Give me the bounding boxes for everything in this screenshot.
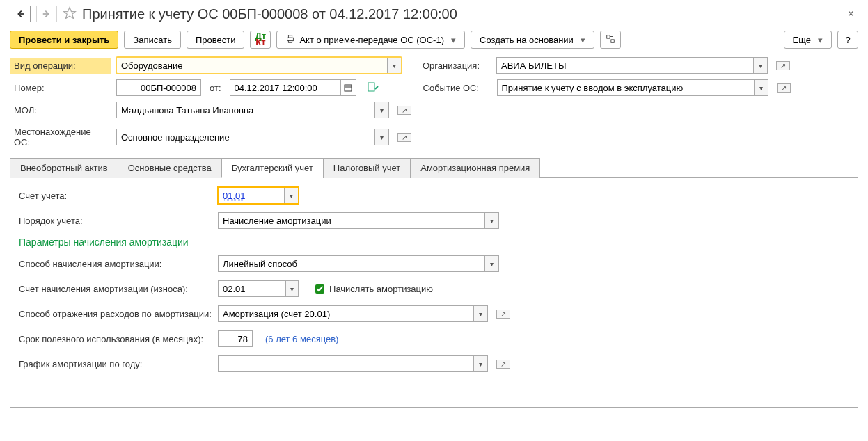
account-dropdown-button[interactable]: ▾ [285,187,299,204]
procedure-label: Порядок учета: [19,216,212,226]
event-dropdown-button[interactable]: ▾ [755,79,768,96]
expense-input[interactable] [218,305,474,322]
write-button[interactable]: Записать [124,31,181,49]
calc-amort-checkbox-input[interactable] [315,284,324,294]
procedure-input[interactable] [218,212,485,229]
useful-life-label: Срок полезного использования (в месяцах)… [19,334,212,344]
org-open-button[interactable]: ↗ [776,61,790,70]
expense-open-button[interactable]: ↗ [496,310,510,319]
favorite-star-icon[interactable] [63,6,77,22]
tab-amort-bonus[interactable]: Амортизационная премия [410,158,540,178]
mol-dropdown-button[interactable]: ▾ [375,102,389,118]
back-button[interactable] [10,6,31,22]
close-button[interactable]: × [844,6,858,22]
titlebar: Принятие к учету ОС 00БП-000008 от 04.12… [10,6,858,22]
calc-amort-checkbox[interactable]: Начислять амортизацию [313,282,433,296]
svg-rect-1 [289,35,292,38]
create-based-label: Создать на основании [480,35,574,45]
accounting-panel: Счет учета: 01.01 ▾ Порядок учета: ▾ Пар… [10,178,858,408]
event-input[interactable] [497,79,755,96]
location-open-button[interactable]: ↗ [397,133,411,142]
chevron-down-icon: ▾ [818,35,823,45]
from-label: от: [210,83,221,93]
mol-input[interactable] [116,102,375,118]
print-act-button[interactable]: Акт о приеме-передаче ОС (ОС-1) ▾ [276,31,465,49]
schedule-input[interactable] [218,355,474,372]
tabs: Внеоборотный актив Основные средства Бух… [10,157,858,178]
event-open-button[interactable]: ↗ [777,83,791,93]
printer-icon [285,34,295,46]
post-button[interactable]: Провести [187,31,245,49]
structure-icon [606,34,615,46]
page-title: Принятие к учету ОС 00БП-000008 от 04.12… [82,6,457,22]
expense-label: Способ отражения расходов по амортизации… [19,309,212,319]
schedule-dropdown-button[interactable]: ▾ [474,355,488,372]
mol-open-button[interactable]: ↗ [397,106,411,115]
location-label: Местонахождение ОС: [10,124,111,150]
location-input[interactable] [116,129,375,145]
method-label: Способ начисления амортизации: [19,259,212,269]
useful-life-input[interactable] [218,330,253,347]
post-and-close-button[interactable]: Провести и закрыть [10,31,118,49]
manual-edit-icon[interactable] [368,82,379,94]
print-act-label: Акт о приеме-передаче ОС (ОС-1) [299,35,444,45]
tab-fixed-assets[interactable]: Основные средства [118,158,222,178]
svg-rect-5 [345,85,352,91]
svg-rect-3 [607,35,610,38]
org-input[interactable] [496,57,754,74]
movements-button[interactable]: ДтКт [250,31,271,49]
location-dropdown-button[interactable]: ▾ [375,129,389,145]
more-label: Еще [793,35,811,45]
more-button[interactable]: Еще ▾ [784,31,832,49]
expense-dropdown-button[interactable]: ▾ [474,305,488,322]
header-form: Вид операции: ▾ Организация: ▾ ↗ Номер: … [10,57,858,150]
tab-noncurrent-asset[interactable]: Внеоборотный актив [10,158,118,178]
help-button[interactable]: ? [837,31,858,49]
toolbar: Провести и закрыть Записать Провести ДтК… [10,31,858,49]
account-input[interactable]: 01.01 [218,187,285,204]
amort-account-input[interactable] [218,280,286,297]
account-label: Счет учета: [19,191,212,201]
useful-life-hint: (6 лет 6 месяцев) [265,334,338,344]
forward-button[interactable] [36,6,57,22]
op-type-input[interactable] [116,57,388,74]
tab-accounting[interactable]: Бухгалтерский учет [221,158,324,178]
amort-account-dropdown-button[interactable]: ▾ [286,280,299,297]
event-label: Событие ОС: [423,80,491,96]
calc-amort-label: Начислять амортизацию [329,284,433,294]
date-input[interactable] [230,79,341,96]
procedure-dropdown-button[interactable]: ▾ [485,212,499,229]
method-dropdown-button[interactable]: ▾ [485,255,499,272]
svg-rect-6 [368,83,374,91]
chevron-down-icon: ▾ [451,35,456,45]
svg-rect-4 [611,39,614,42]
method-input[interactable] [218,255,485,272]
op-type-dropdown-button[interactable]: ▾ [388,57,402,74]
amort-account-label: Счет начисления амортизации (износа): [19,284,212,294]
number-label: Номер: [10,80,111,96]
mol-label: МОЛ: [10,102,111,118]
number-input[interactable] [116,79,201,96]
structure-button[interactable] [600,31,621,49]
schedule-open-button[interactable]: ↗ [496,360,510,369]
chevron-down-icon: ▾ [581,35,585,45]
org-label: Организация: [423,58,491,74]
op-type-label: Вид операции: [10,58,111,74]
schedule-label: График амортизации по году: [19,359,212,369]
amort-section-header: Параметры начисления амортизации [19,236,849,248]
create-based-on-button[interactable]: Создать на основании ▾ [471,31,594,49]
calendar-button[interactable] [341,79,356,96]
tab-tax[interactable]: Налоговый учет [323,158,411,178]
org-dropdown-button[interactable]: ▾ [754,57,768,74]
